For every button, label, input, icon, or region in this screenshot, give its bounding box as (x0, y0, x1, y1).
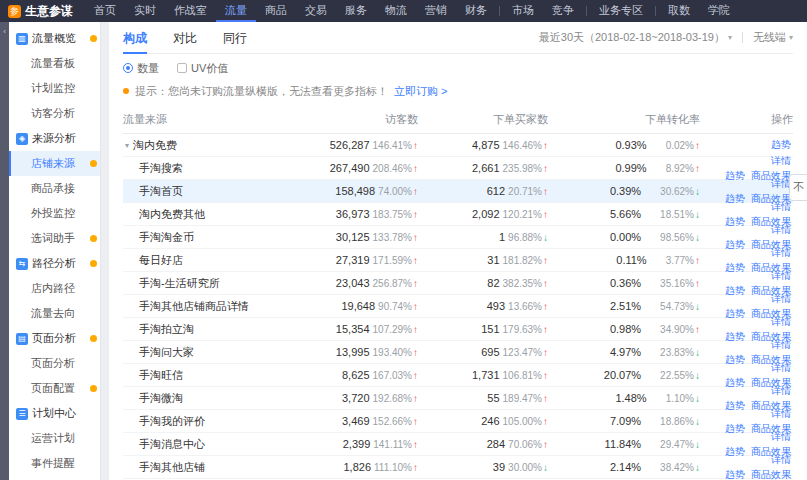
nav-item-14[interactable]: 取数 (659, 0, 699, 22)
table-row[interactable]: 淘内免费其他36,973183.75%↑2,092120.21%↑5.66%18… (123, 203, 793, 226)
trend-link[interactable]: 趋势 (771, 138, 791, 152)
detail-link[interactable]: 详情 (771, 315, 791, 329)
view-tabs: 构成对比同行 (123, 22, 273, 54)
sidebar-item-10[interactable]: ⇆路径分析 (9, 251, 100, 276)
metric-change: 179.63% (503, 324, 542, 335)
sidebar-item-14[interactable]: 页面分析 (9, 351, 100, 376)
nav-item-2[interactable]: 实时 (125, 0, 165, 22)
detail-link[interactable]: 详情 (771, 361, 791, 375)
sidebar-item-3[interactable]: 计划监控 (9, 76, 100, 101)
nav-item-7[interactable]: 服务 (336, 0, 376, 22)
detail-link[interactable]: 详情 (771, 407, 791, 421)
nav-item-15[interactable]: 学院 (699, 0, 739, 22)
sidebar-item-5[interactable]: ◈来源分析 (9, 126, 100, 151)
app-logo[interactable]: 参 生意参谋 (8, 3, 73, 20)
table-row[interactable]: 手淘我的评价3,469152.66%↑246105.00%↑7.09%18.86… (123, 410, 793, 433)
detail-link[interactable]: 详情 (771, 384, 791, 398)
nav-item-6[interactable]: 交易 (296, 0, 336, 22)
table-row[interactable]: 每日好店27,319171.59%↑31181.82%↑0.11%3.77%↑详… (123, 249, 793, 272)
detail-link[interactable]: 详情 (771, 430, 791, 444)
operation-line: 详情 (771, 269, 791, 283)
source-name-cell: 手淘其他店铺 (123, 460, 303, 475)
detail-link[interactable]: 详情 (771, 338, 791, 352)
metric-cell: 3,720192.68%↑ (303, 392, 418, 404)
sidebar-item-6[interactable]: 店铺来源 (9, 151, 100, 176)
detail-link[interactable]: 详情 (771, 154, 791, 168)
table-row[interactable]: 手淘搜索267,490208.46%↑2,661235.98%↑0.99%8.9… (123, 157, 793, 180)
trend-link[interactable]: 趋势 (725, 468, 745, 480)
metric-value: 493 (487, 300, 505, 312)
sidebar-item-label: 来源分析 (32, 126, 76, 151)
sidebar-item-15[interactable]: 页面配置 (9, 376, 100, 401)
view-option-2[interactable]: UV价值 (177, 61, 228, 76)
expand-caret-icon[interactable]: ▾ (125, 141, 129, 150)
sidebar-item-18[interactable]: 事件提醒 (9, 451, 100, 476)
table-row[interactable]: 手淘微淘3,720192.68%↑55189.47%↑1.48%1.10%↓详情… (123, 387, 793, 410)
view-option-1[interactable]: 数量 (123, 61, 159, 76)
nav-item-4[interactable]: 流量 (216, 0, 256, 22)
metric-change: 30.00% (508, 462, 542, 473)
nav-item-1[interactable]: 首页 (85, 0, 125, 22)
table-row[interactable]: ▾淘内免费526,287146.41%↑4,875146.46%↑0.93%0.… (123, 134, 793, 157)
table-row[interactable]: 手淘首页158,49874.00%↑61220.71%↑0.39%30.62%↓… (123, 180, 793, 203)
sidebar-item-12[interactable]: 流量去向 (9, 301, 100, 326)
detail-link[interactable]: 详情 (771, 246, 791, 260)
date-range-dropdown[interactable]: 最近30天（2018-02-18~2018-03-19） ▾ (539, 30, 732, 45)
metric-change: 22.55% (660, 370, 694, 381)
detail-link[interactable]: 详情 (771, 269, 791, 283)
feedback-side-tab[interactable]: 不 (789, 174, 807, 201)
order-now-link[interactable]: 立即订购 > (394, 84, 447, 99)
conversion-cell: 0.93%0.02%↑ (548, 139, 700, 151)
metric-cell: 15,354107.29%↑ (303, 323, 418, 335)
table-row[interactable]: 手淘消息中心2,399141.11%↑28470.06%↑11.84%29.47… (123, 433, 793, 456)
table-row[interactable]: 手淘其他店铺商品详情19,64890.74%↑49313.66%↑2.51%54… (123, 295, 793, 318)
nav-item-9[interactable]: 营销 (416, 0, 456, 22)
conversion-value: 0.98% (610, 323, 641, 335)
metric-value: 526,287 (330, 139, 370, 151)
tab-1[interactable]: 构成 (123, 22, 147, 54)
source-name-cell: 手淘淘金币 (123, 230, 303, 245)
detail-link[interactable]: 详情 (771, 223, 791, 237)
sidebar-item-label: 运营计划 (31, 432, 75, 444)
metric-cell: 19,64890.74%↑ (303, 300, 418, 312)
nav-item-12[interactable]: 竞争 (543, 0, 583, 22)
table-row[interactable]: 手淘其他店铺1,826111.10%↑3930.00%↓2.14%38.42%↓… (123, 456, 793, 479)
nav-item-5[interactable]: 商品 (256, 0, 296, 22)
nav-item-8[interactable]: 物流 (376, 0, 416, 22)
sidebar-item-8[interactable]: 外投监控 (9, 201, 100, 226)
sidebar-item-1[interactable]: ▥流量概览 (9, 26, 100, 51)
detail-link[interactable]: 详情 (771, 200, 791, 214)
metric-value: 267,490 (330, 162, 370, 174)
detail-link[interactable]: 详情 (771, 292, 791, 306)
sidebar-item-17[interactable]: 运营计划 (9, 426, 100, 451)
table-row[interactable]: 手淘旺信8,625167.03%↑1,731106.81%↑20.07%22.5… (123, 364, 793, 387)
table-row[interactable]: 手淘淘金币30,125133.78%↑196.88%↓0.00%98.56%↓详… (123, 226, 793, 249)
terminal-dropdown[interactable]: 无线端 ▾ (753, 30, 793, 45)
left-collapse-strip[interactable]: ‹ (0, 22, 9, 480)
tab-2[interactable]: 对比 (173, 22, 197, 54)
nav-item-11[interactable]: 市场 (503, 0, 543, 22)
sidebar-item-2[interactable]: 流量看板 (9, 51, 100, 76)
nav-item-3[interactable]: 作战室 (165, 0, 216, 22)
sidebar-item-9[interactable]: 选词助手 (9, 226, 100, 251)
tab-3[interactable]: 同行 (223, 22, 247, 54)
sidebar-item-4[interactable]: 访客分析 (9, 101, 100, 126)
table-row[interactable]: 手淘拍立淘15,354107.29%↑151179.63%↑0.98%34.90… (123, 318, 793, 341)
product-effect-link[interactable]: 商品效果 (751, 468, 791, 480)
conversion-cell: 2.14%38.42%↓ (548, 461, 700, 473)
operation-line: 趋势 (771, 138, 791, 152)
metric-change: 120.21% (503, 209, 542, 220)
nav-item-13[interactable]: 业务专区 (590, 0, 652, 22)
conversion-change-group: 30.62%↓ (657, 185, 700, 197)
sidebar-item-16[interactable]: ☰计划中心 (9, 401, 100, 426)
sidebar-item-13[interactable]: ▤页面分析 (9, 326, 100, 351)
table-row[interactable]: 手淘问大家13,995193.40%↑695123.47%↑4.97%23.83… (123, 341, 793, 364)
sidebar-item-7[interactable]: 商品承接 (9, 176, 100, 201)
conversion-change-group: 29.47%↓ (657, 438, 700, 450)
detail-link[interactable]: 详情 (771, 453, 791, 467)
sidebar-item-11[interactable]: 店内路径 (9, 276, 100, 301)
nav-item-10[interactable]: 财务 (456, 0, 496, 22)
column-header-2: 访客数 (303, 112, 418, 127)
table-row[interactable]: 手淘-生活研究所23,043256.87%↑82382.35%↑0.36%35.… (123, 272, 793, 295)
detail-link[interactable]: 详情 (771, 177, 791, 191)
